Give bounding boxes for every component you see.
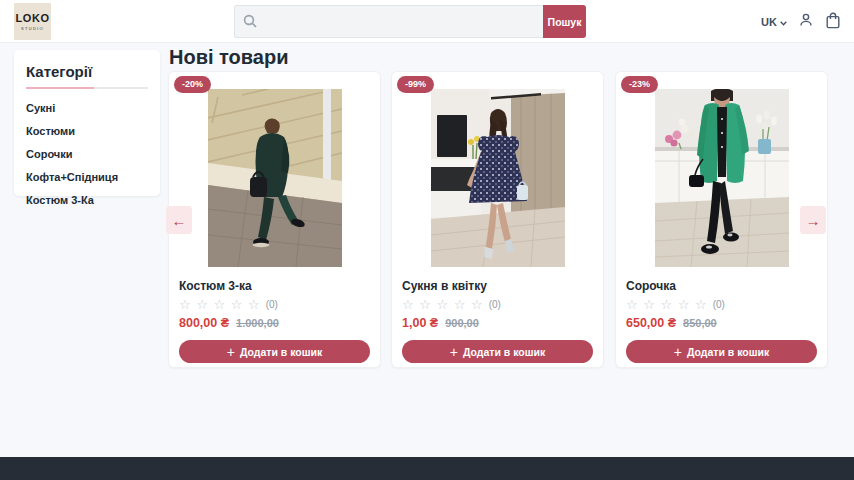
- price-row: 800,00 ₴ 1.000,00: [179, 316, 370, 330]
- search-button[interactable]: Пошук: [543, 5, 586, 38]
- star-rating-icons: ☆ ☆ ☆ ☆ ☆: [626, 298, 708, 311]
- add-to-cart-label: Додати в кошик: [240, 346, 322, 358]
- product-photo-suit[interactable]: [208, 89, 342, 267]
- cart-button[interactable]: [825, 12, 841, 32]
- product-card: -99%: [391, 71, 604, 368]
- footer: [0, 457, 854, 480]
- product-name[interactable]: Костюм 3-ка: [179, 279, 370, 293]
- discount-badge: -99%: [397, 76, 434, 93]
- arrow-left-icon: ←: [172, 213, 187, 228]
- product-name[interactable]: Сукня в квітку: [402, 279, 593, 293]
- product-photo-dress[interactable]: [431, 89, 565, 267]
- product-rating: ☆ ☆ ☆ ☆ ☆ (0): [179, 298, 370, 311]
- account-button[interactable]: [798, 12, 814, 31]
- rating-count: (0): [489, 299, 501, 310]
- current-price: 800,00 ₴: [179, 316, 229, 330]
- carousel-next-button[interactable]: →: [800, 206, 826, 234]
- price-row: 1,00 ₴ 900,00: [402, 316, 593, 330]
- categories-sidebar: Категорії Сукні Костюми Сорочки Кофта+Сп…: [14, 50, 160, 196]
- search-icon: [243, 14, 257, 32]
- search-bar: Пошук: [234, 5, 586, 38]
- store-logo[interactable]: LOKO STUDIO: [14, 3, 51, 40]
- old-price: 1.000,00: [236, 317, 279, 329]
- header-actions: UK: [761, 0, 841, 43]
- product-photo-shirt[interactable]: [655, 89, 789, 267]
- user-icon: [798, 12, 814, 31]
- rating-count: (0): [266, 299, 278, 310]
- storefront-page: LOKO STUDIO Пошук UK: [0, 0, 854, 480]
- search-input[interactable]: [234, 5, 543, 38]
- page-title: Нові товари: [169, 46, 288, 69]
- current-price: 1,00 ₴: [402, 316, 438, 330]
- add-to-cart-button[interactable]: + Додати в кошик: [626, 340, 817, 363]
- discount-badge: -20%: [174, 76, 211, 93]
- sidebar-item-suits[interactable]: Костюми: [26, 119, 148, 142]
- language-selector[interactable]: UK: [761, 16, 787, 28]
- discount-badge: -23%: [621, 76, 658, 93]
- product-rating: ☆ ☆ ☆ ☆ ☆ (0): [402, 298, 593, 311]
- sidebar-item-dresses[interactable]: Сукні: [26, 96, 148, 119]
- star-rating-icons: ☆ ☆ ☆ ☆ ☆: [179, 298, 261, 311]
- header: LOKO STUDIO Пошук UK: [0, 0, 854, 43]
- add-to-cart-button[interactable]: + Додати в кошик: [402, 340, 593, 363]
- star-rating-icons: ☆ ☆ ☆ ☆ ☆: [402, 298, 484, 311]
- sidebar-item-sweater-skirt[interactable]: Кофта+Спідниця: [26, 165, 148, 188]
- product-card: -20% Кос: [168, 71, 381, 368]
- old-price: 850,00: [683, 317, 717, 329]
- price-row: 650,00 ₴ 850,00: [626, 316, 817, 330]
- sidebar-title: Категорії: [26, 63, 148, 80]
- sidebar-divider: [26, 87, 148, 89]
- product-rating: ☆ ☆ ☆ ☆ ☆ (0): [626, 298, 817, 311]
- logo-title: LOKO: [15, 13, 49, 24]
- sidebar-item-shirts[interactable]: Сорочки: [26, 142, 148, 165]
- product-card: -23%: [615, 71, 828, 368]
- rating-count: (0): [713, 299, 725, 310]
- add-to-cart-label: Додати в кошик: [687, 346, 769, 358]
- sidebar-item-suit-3pc[interactable]: Костюм 3-Ка: [26, 188, 148, 211]
- add-to-cart-button[interactable]: + Додати в кошик: [179, 340, 370, 363]
- add-to-cart-label: Додати в кошик: [463, 346, 545, 358]
- carousel-prev-button[interactable]: ←: [166, 206, 192, 234]
- chevron-down-icon: [780, 16, 787, 28]
- current-price: 650,00 ₴: [626, 316, 676, 330]
- logo-subtitle: STUDIO: [21, 26, 44, 31]
- shopping-bag-icon: [825, 12, 841, 32]
- product-name[interactable]: Сорочка: [626, 279, 817, 293]
- arrow-right-icon: →: [806, 213, 821, 228]
- old-price: 900,00: [445, 317, 479, 329]
- language-label: UK: [761, 16, 777, 28]
